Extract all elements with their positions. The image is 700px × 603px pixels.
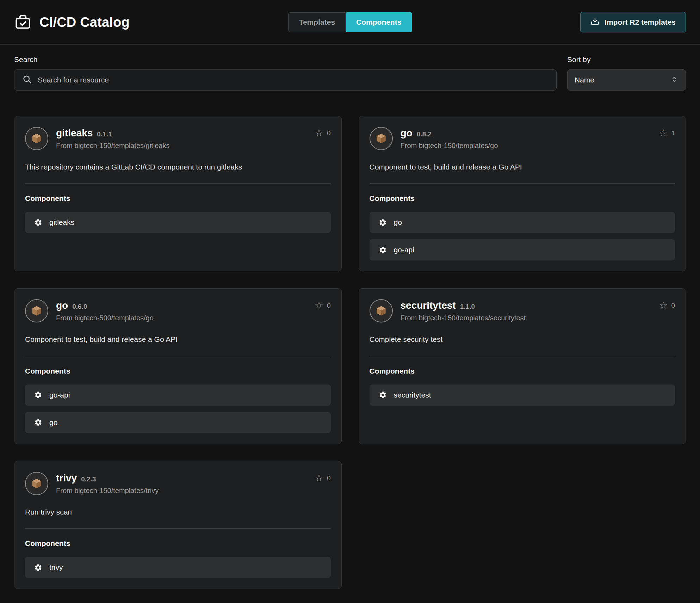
- project-source: From bigtech-150/templates/gitleaks: [56, 142, 307, 150]
- star-number: 0: [327, 474, 331, 482]
- project-name: go: [401, 128, 413, 139]
- search-column: Search: [14, 55, 557, 91]
- component-name: go: [49, 418, 57, 427]
- star-count: ☆ 0: [659, 299, 675, 310]
- card-divider: [370, 183, 675, 184]
- project-description: Component to test, build and release a G…: [25, 334, 331, 344]
- component-list: trivy: [25, 557, 331, 578]
- project-version: 1.1.0: [460, 303, 475, 310]
- tab-templates[interactable]: Templates: [288, 12, 346, 32]
- components-heading: Components: [370, 367, 675, 375]
- components-heading: Components: [25, 194, 331, 203]
- search-label: Search: [14, 55, 557, 64]
- name-line: trivy 0.2.3: [56, 473, 307, 484]
- name-line: gitleaks 0.1.1: [56, 128, 307, 139]
- star-number: 0: [327, 129, 331, 137]
- project-source: From bigtech-500/templates/go: [56, 314, 307, 322]
- import-button-label: Import R2 templates: [605, 18, 676, 26]
- components-heading: Components: [370, 194, 675, 203]
- star-number: 1: [671, 129, 675, 137]
- card-title-block: trivy 0.2.3 From bigtech-150/templates/t…: [56, 472, 307, 495]
- header-left: CI/CD Catalog: [14, 13, 288, 31]
- component-list: securitytest: [370, 384, 675, 406]
- page-header: CI/CD Catalog Templates Components Impor…: [0, 0, 700, 45]
- name-line: go 0.8.2: [401, 128, 651, 139]
- component-list: go go-api: [370, 212, 675, 260]
- component-row: securitytest: [370, 384, 675, 406]
- name-line: securitytest 1.1.0: [401, 300, 651, 311]
- project-avatar: [25, 472, 48, 495]
- project-name: gitleaks: [56, 128, 93, 139]
- component-name: gitleaks: [49, 218, 74, 227]
- view-toggle: Templates Components: [288, 12, 412, 32]
- card-title-block: go 0.8.2 From bigtech-150/templates/go: [401, 127, 651, 150]
- component-row: go-api: [25, 384, 331, 406]
- card-title-block: go 0.6.0 From bigtech-500/templates/go: [56, 299, 307, 322]
- catalog-card[interactable]: trivy 0.2.3 From bigtech-150/templates/t…: [14, 461, 342, 589]
- catalog-card[interactable]: gitleaks 0.1.1 From bigtech-150/template…: [14, 116, 342, 271]
- gear-icon: [34, 391, 42, 399]
- project-description: This repository contains a GitLab CI/CD …: [25, 162, 331, 172]
- project-source: From bigtech-150/templates/securitytest: [401, 314, 651, 322]
- star-icon: ☆: [659, 301, 668, 310]
- star-number: 0: [327, 302, 331, 309]
- star-icon: ☆: [315, 128, 323, 138]
- component-name: trivy: [49, 563, 63, 572]
- card-title-block: securitytest 1.1.0 From bigtech-150/temp…: [401, 299, 651, 322]
- components-heading: Components: [25, 367, 331, 375]
- name-line: go 0.6.0: [56, 300, 307, 311]
- search-icon: [22, 74, 32, 86]
- component-name: go-api: [394, 246, 414, 254]
- card-header: go 0.8.2 From bigtech-150/templates/go ☆…: [370, 127, 675, 150]
- sort-chevrons-icon: [670, 75, 679, 85]
- card-header: gitleaks 0.1.1 From bigtech-150/template…: [25, 127, 331, 150]
- project-version: 0.6.0: [72, 303, 87, 310]
- star-number: 0: [671, 302, 675, 309]
- card-title-block: gitleaks 0.1.1 From bigtech-150/template…: [56, 127, 307, 150]
- catalog-card[interactable]: securitytest 1.1.0 From bigtech-150/temp…: [359, 288, 686, 444]
- project-avatar: [370, 299, 393, 322]
- project-source: From bigtech-150/templates/trivy: [56, 487, 307, 495]
- component-row: gitleaks: [25, 212, 331, 233]
- component-row: go: [370, 212, 675, 233]
- component-row: go: [25, 412, 331, 433]
- catalog-icon: [14, 13, 32, 31]
- project-avatar: [25, 299, 48, 322]
- project-description: Run trivy scan: [25, 507, 331, 517]
- package-icon: [31, 305, 43, 317]
- card-header: trivy 0.2.3 From bigtech-150/templates/t…: [25, 472, 331, 495]
- gear-icon: [34, 219, 42, 227]
- project-version: 0.1.1: [97, 130, 112, 138]
- search-input[interactable]: [38, 76, 549, 84]
- catalog-card[interactable]: go 0.6.0 From bigtech-500/templates/go ☆…: [14, 288, 342, 444]
- component-row: go-api: [370, 239, 675, 260]
- tab-components[interactable]: Components: [346, 12, 412, 32]
- card-divider: [25, 183, 331, 184]
- import-r2-templates-button[interactable]: Import R2 templates: [580, 12, 686, 32]
- project-description: Component to test, build and release a G…: [370, 162, 675, 172]
- card-divider: [25, 356, 331, 356]
- page-title: CI/CD Catalog: [39, 15, 130, 30]
- star-count: ☆ 0: [315, 299, 331, 310]
- catalog-card[interactable]: go 0.8.2 From bigtech-150/templates/go ☆…: [359, 116, 686, 271]
- search-box: [14, 69, 557, 91]
- sort-value: Name: [575, 76, 594, 84]
- gear-icon: [34, 564, 42, 572]
- component-row: trivy: [25, 557, 331, 578]
- card-header: securitytest 1.1.0 From bigtech-150/temp…: [370, 299, 675, 322]
- gear-icon: [379, 391, 387, 399]
- sort-column: Sort by Name: [567, 55, 686, 91]
- star-count: ☆ 0: [315, 472, 331, 483]
- sort-by-label: Sort by: [567, 55, 686, 64]
- search-row: Search Sort by Name: [14, 55, 686, 91]
- star-count: ☆ 0: [315, 127, 331, 138]
- component-list: gitleaks: [25, 212, 331, 233]
- project-avatar: [25, 127, 48, 150]
- package-icon: [31, 133, 43, 144]
- import-icon: [590, 17, 600, 28]
- sort-select[interactable]: Name: [567, 69, 686, 91]
- project-description: Complete security test: [370, 334, 675, 344]
- star-icon: ☆: [315, 473, 323, 483]
- component-name: go-api: [49, 391, 70, 399]
- components-heading: Components: [25, 539, 331, 548]
